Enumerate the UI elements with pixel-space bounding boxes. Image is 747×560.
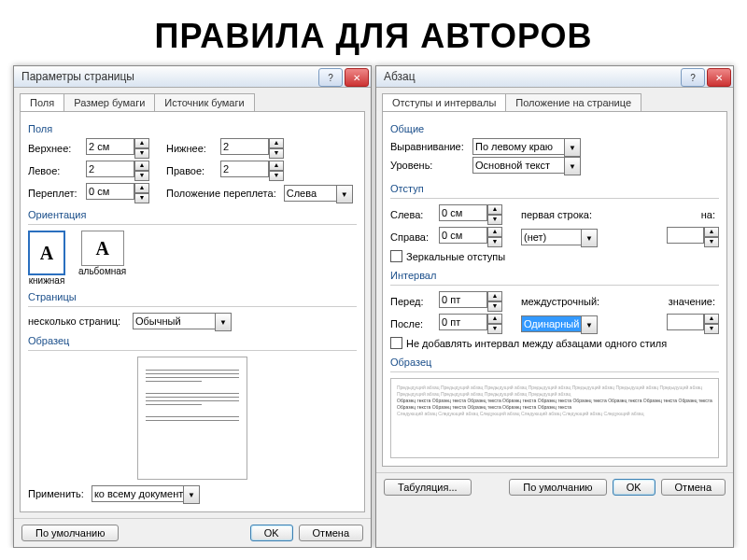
tab-indents-spacing[interactable]: Отступы и интервалы bbox=[382, 93, 506, 111]
indent-left-input[interactable] bbox=[439, 204, 487, 221]
tab-line-breaks[interactable]: Положение на странице bbox=[505, 93, 641, 111]
spin-up-icon[interactable]: ▲ bbox=[269, 138, 284, 148]
alignment-label: Выравнивание: bbox=[390, 141, 469, 152]
spin-up-icon[interactable]: ▲ bbox=[487, 227, 502, 237]
spin-down-icon[interactable]: ▼ bbox=[134, 148, 149, 159]
top-label: Верхнее: bbox=[28, 143, 82, 154]
first-line-label: первая строка: bbox=[521, 209, 594, 220]
portrait-icon: A bbox=[28, 231, 65, 275]
titlebar[interactable]: Абзац ? ✕ bbox=[376, 66, 733, 88]
spin-up-icon[interactable]: ▲ bbox=[487, 204, 502, 215]
spin-down-icon[interactable]: ▼ bbox=[487, 215, 502, 225]
apply-to-label: Применить: bbox=[28, 488, 84, 499]
spin-down-icon[interactable]: ▼ bbox=[487, 301, 502, 312]
chevron-down-icon[interactable]: ▼ bbox=[183, 485, 200, 504]
indent-right-label: Справа: bbox=[390, 231, 435, 243]
chevron-down-icon[interactable]: ▼ bbox=[564, 157, 581, 175]
paragraph-dialog: Абзац ? ✕ Отступы и интервалы Положение … bbox=[375, 65, 734, 548]
tab-paper-source[interactable]: Источник бумаги bbox=[154, 93, 254, 111]
first-line-by-input[interactable] bbox=[667, 227, 704, 244]
close-icon[interactable]: ✕ bbox=[345, 68, 369, 87]
spacing-group-label: Интервал bbox=[390, 270, 719, 281]
gutter-pos-label: Положение переплета: bbox=[166, 188, 276, 199]
landscape-icon: A bbox=[81, 231, 124, 266]
chevron-down-icon[interactable]: ▼ bbox=[336, 185, 353, 203]
indent-group-label: Отступ bbox=[390, 183, 719, 194]
spin-down-icon[interactable]: ▼ bbox=[269, 148, 284, 159]
line-spacing-label: междустрочный: bbox=[521, 296, 601, 307]
space-after-label: После: bbox=[390, 318, 435, 329]
spin-up-icon[interactable]: ▲ bbox=[704, 314, 719, 324]
page-setup-dialog: Параметры страницы ? ✕ Поля Размер бумаг… bbox=[13, 65, 372, 548]
spin-up-icon[interactable]: ▲ bbox=[134, 183, 149, 193]
indent-right-input[interactable] bbox=[439, 227, 487, 244]
space-before-input[interactable] bbox=[439, 291, 487, 308]
spin-up-icon[interactable]: ▲ bbox=[487, 291, 502, 301]
tabs-button[interactable]: Табуляция... bbox=[384, 479, 472, 496]
space-before-label: Перед: bbox=[390, 296, 435, 307]
no-space-same-style-label: Не добавлять интервал между абзацами одн… bbox=[406, 338, 667, 349]
help-icon[interactable]: ? bbox=[318, 68, 343, 87]
gutter-input[interactable] bbox=[86, 183, 134, 200]
page-preview bbox=[137, 357, 247, 480]
chevron-down-icon[interactable]: ▼ bbox=[215, 313, 232, 331]
chevron-down-icon[interactable]: ▼ bbox=[581, 229, 598, 247]
spin-up-icon[interactable]: ▲ bbox=[704, 227, 719, 237]
right-input[interactable] bbox=[220, 161, 269, 177]
right-label: Правое: bbox=[166, 165, 217, 176]
mirror-indents-label: Зеркальные отступы bbox=[406, 251, 505, 262]
cancel-button[interactable]: Отмена bbox=[299, 525, 363, 541]
sample-group-label: Образец bbox=[28, 335, 357, 346]
multi-pages-label: несколько страниц: bbox=[28, 315, 129, 327]
paragraph-preview: Предыдущий абзац Предыдущий абзац Предыд… bbox=[390, 378, 719, 458]
general-group-label: Общие bbox=[390, 123, 719, 134]
left-input[interactable] bbox=[86, 161, 134, 177]
fields-group-label: Поля bbox=[28, 123, 357, 134]
space-after-input[interactable] bbox=[439, 314, 487, 330]
sample-group-label: Образец bbox=[390, 357, 719, 368]
titlebar[interactable]: Параметры страницы ? ✕ bbox=[14, 66, 371, 88]
indent-left-label: Слева: bbox=[390, 209, 435, 220]
left-label: Левое: bbox=[28, 165, 82, 176]
orientation-landscape[interactable]: Aальбомная bbox=[78, 231, 126, 286]
tab-fields[interactable]: Поля bbox=[20, 93, 64, 111]
dialog-title: Абзац bbox=[384, 70, 416, 83]
orientation-group-label: Ориентация bbox=[28, 209, 357, 220]
dialog-title: Параметры страницы bbox=[21, 70, 134, 83]
outline-level-label: Уровень: bbox=[390, 160, 469, 171]
spin-up-icon[interactable]: ▲ bbox=[487, 314, 502, 324]
chevron-down-icon[interactable]: ▼ bbox=[581, 315, 598, 334]
pages-group-label: Страницы bbox=[28, 291, 357, 302]
at-label: значение: bbox=[669, 296, 715, 307]
mirror-indents-checkbox[interactable] bbox=[390, 250, 402, 262]
spin-down-icon[interactable]: ▼ bbox=[487, 237, 502, 247]
default-button[interactable]: По умолчанию bbox=[509, 479, 606, 496]
chevron-down-icon[interactable]: ▼ bbox=[564, 138, 581, 157]
spin-down-icon[interactable]: ▼ bbox=[704, 324, 719, 334]
line-spacing-at-input[interactable] bbox=[667, 314, 704, 330]
page-title: ПРАВИЛА ДЛЯ АВТОРОВ bbox=[0, 17, 747, 56]
tab-paper-size[interactable]: Размер бумаги bbox=[63, 93, 155, 111]
spin-down-icon[interactable]: ▼ bbox=[134, 193, 149, 203]
gutter-label: Переплет: bbox=[28, 188, 82, 199]
cancel-button[interactable]: Отмена bbox=[661, 479, 726, 496]
close-icon[interactable]: ✕ bbox=[707, 68, 731, 87]
bottom-input[interactable] bbox=[220, 138, 269, 155]
spin-up-icon[interactable]: ▲ bbox=[269, 161, 284, 171]
spin-down-icon[interactable]: ▼ bbox=[134, 171, 149, 181]
by-label: на: bbox=[701, 209, 715, 220]
spin-down-icon[interactable]: ▼ bbox=[487, 324, 502, 334]
spin-down-icon[interactable]: ▼ bbox=[704, 237, 719, 247]
no-space-same-style-checkbox[interactable] bbox=[390, 337, 402, 349]
bottom-label: Нижнее: bbox=[166, 143, 217, 154]
spin-up-icon[interactable]: ▲ bbox=[134, 138, 149, 148]
default-button[interactable]: По умолчанию bbox=[21, 525, 119, 541]
orientation-portrait[interactable]: Aкнижная bbox=[28, 231, 65, 286]
spin-up-icon[interactable]: ▲ bbox=[134, 161, 149, 171]
top-input[interactable] bbox=[86, 138, 134, 155]
ok-button[interactable]: OK bbox=[613, 479, 655, 496]
ok-button[interactable]: OK bbox=[250, 525, 293, 541]
spin-down-icon[interactable]: ▼ bbox=[269, 171, 284, 181]
help-icon[interactable]: ? bbox=[681, 68, 705, 87]
